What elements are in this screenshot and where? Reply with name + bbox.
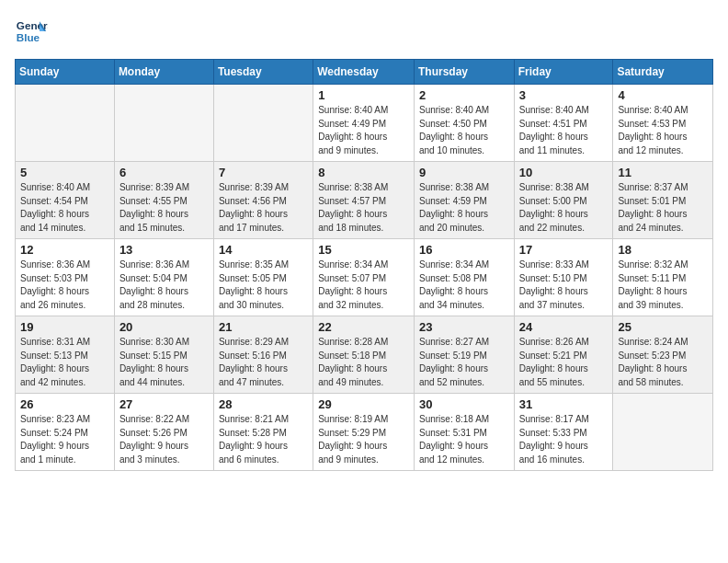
day-number: 26 xyxy=(20,397,109,411)
day-number: 4 xyxy=(618,88,708,102)
day-number: 17 xyxy=(519,243,609,257)
day-number: 31 xyxy=(519,397,609,411)
calendar-header-row: SundayMondayTuesdayWednesdayThursdayFrid… xyxy=(16,60,713,85)
day-number: 22 xyxy=(318,320,409,334)
day-info: Sunrise: 8:22 AM Sunset: 5:26 PM Dayligh… xyxy=(119,413,209,466)
day-info: Sunrise: 8:34 AM Sunset: 5:07 PM Dayligh… xyxy=(318,259,409,312)
calendar-day-empty xyxy=(613,394,713,471)
day-number: 20 xyxy=(119,320,209,334)
day-number: 15 xyxy=(318,243,409,257)
day-number: 10 xyxy=(519,166,609,179)
logo: General Blue xyxy=(15,15,48,48)
day-header-thursday: Thursday xyxy=(414,60,514,85)
day-info: Sunrise: 8:39 AM Sunset: 4:56 PM Dayligh… xyxy=(219,181,308,235)
svg-text:Blue: Blue xyxy=(17,31,40,43)
day-number: 25 xyxy=(618,320,708,334)
calendar-day-15: 15Sunrise: 8:34 AM Sunset: 5:07 PM Dayli… xyxy=(313,239,415,316)
day-info: Sunrise: 8:40 AM Sunset: 4:51 PM Dayligh… xyxy=(519,104,609,157)
calendar-day-29: 29Sunrise: 8:19 AM Sunset: 5:29 PM Dayli… xyxy=(313,394,415,471)
day-info: Sunrise: 8:40 AM Sunset: 4:54 PM Dayligh… xyxy=(20,181,109,235)
calendar-day-12: 12Sunrise: 8:36 AM Sunset: 5:03 PM Dayli… xyxy=(16,239,115,316)
day-number: 29 xyxy=(318,397,409,411)
day-info: Sunrise: 8:36 AM Sunset: 5:04 PM Dayligh… xyxy=(119,259,209,312)
day-number: 6 xyxy=(119,166,209,179)
calendar-day-9: 9Sunrise: 8:38 AM Sunset: 4:59 PM Daylig… xyxy=(414,162,514,239)
day-info: Sunrise: 8:37 AM Sunset: 5:01 PM Dayligh… xyxy=(618,181,708,235)
calendar-day-23: 23Sunrise: 8:27 AM Sunset: 5:19 PM Dayli… xyxy=(414,316,514,394)
calendar-day-11: 11Sunrise: 8:37 AM Sunset: 5:01 PM Dayli… xyxy=(613,162,713,239)
day-number: 14 xyxy=(219,243,308,257)
calendar-day-25: 25Sunrise: 8:24 AM Sunset: 5:23 PM Dayli… xyxy=(613,316,713,394)
calendar-day-30: 30Sunrise: 8:18 AM Sunset: 5:31 PM Dayli… xyxy=(414,394,514,471)
day-info: Sunrise: 8:36 AM Sunset: 5:03 PM Dayligh… xyxy=(20,259,109,312)
page-header: General Blue xyxy=(15,15,713,48)
day-info: Sunrise: 8:23 AM Sunset: 5:24 PM Dayligh… xyxy=(20,413,109,466)
day-info: Sunrise: 8:38 AM Sunset: 4:59 PM Dayligh… xyxy=(419,181,509,235)
day-info: Sunrise: 8:38 AM Sunset: 4:57 PM Dayligh… xyxy=(318,181,409,235)
calendar-day-13: 13Sunrise: 8:36 AM Sunset: 5:04 PM Dayli… xyxy=(114,239,213,316)
calendar-day-5: 5Sunrise: 8:40 AM Sunset: 4:54 PM Daylig… xyxy=(16,162,115,239)
day-number: 19 xyxy=(20,320,109,334)
calendar-day-empty xyxy=(114,85,213,162)
calendar-day-8: 8Sunrise: 8:38 AM Sunset: 4:57 PM Daylig… xyxy=(313,162,415,239)
calendar-day-22: 22Sunrise: 8:28 AM Sunset: 5:18 PM Dayli… xyxy=(313,316,415,394)
day-info: Sunrise: 8:40 AM Sunset: 4:50 PM Dayligh… xyxy=(419,104,509,157)
day-info: Sunrise: 8:38 AM Sunset: 5:00 PM Dayligh… xyxy=(519,181,609,235)
day-number: 12 xyxy=(20,243,109,257)
day-number: 2 xyxy=(419,88,509,102)
day-info: Sunrise: 8:30 AM Sunset: 5:15 PM Dayligh… xyxy=(119,336,209,389)
day-number: 27 xyxy=(119,397,209,411)
day-info: Sunrise: 8:32 AM Sunset: 5:11 PM Dayligh… xyxy=(618,259,708,312)
calendar-table: SundayMondayTuesdayWednesdayThursdayFrid… xyxy=(15,59,713,471)
calendar-day-28: 28Sunrise: 8:21 AM Sunset: 5:28 PM Dayli… xyxy=(213,394,313,471)
calendar-day-27: 27Sunrise: 8:22 AM Sunset: 5:26 PM Dayli… xyxy=(114,394,213,471)
calendar-day-21: 21Sunrise: 8:29 AM Sunset: 5:16 PM Dayli… xyxy=(213,316,313,394)
day-info: Sunrise: 8:40 AM Sunset: 4:53 PM Dayligh… xyxy=(618,104,708,157)
logo-icon: General Blue xyxy=(15,15,48,48)
calendar-week-row: 19Sunrise: 8:31 AM Sunset: 5:13 PM Dayli… xyxy=(16,316,713,394)
calendar-day-18: 18Sunrise: 8:32 AM Sunset: 5:11 PM Dayli… xyxy=(613,239,713,316)
calendar-day-24: 24Sunrise: 8:26 AM Sunset: 5:21 PM Dayli… xyxy=(514,316,613,394)
day-info: Sunrise: 8:24 AM Sunset: 5:23 PM Dayligh… xyxy=(618,336,708,389)
day-info: Sunrise: 8:35 AM Sunset: 5:05 PM Dayligh… xyxy=(219,259,308,312)
day-number: 3 xyxy=(519,88,609,102)
day-info: Sunrise: 8:18 AM Sunset: 5:31 PM Dayligh… xyxy=(419,413,509,466)
day-header-wednesday: Wednesday xyxy=(313,60,415,85)
calendar-day-1: 1Sunrise: 8:40 AM Sunset: 4:49 PM Daylig… xyxy=(313,85,415,162)
day-info: Sunrise: 8:31 AM Sunset: 5:13 PM Dayligh… xyxy=(20,336,109,389)
calendar-day-empty xyxy=(16,85,115,162)
calendar-day-7: 7Sunrise: 8:39 AM Sunset: 4:56 PM Daylig… xyxy=(213,162,313,239)
day-number: 16 xyxy=(419,243,509,257)
calendar-day-16: 16Sunrise: 8:34 AM Sunset: 5:08 PM Dayli… xyxy=(414,239,514,316)
day-info: Sunrise: 8:29 AM Sunset: 5:16 PM Dayligh… xyxy=(219,336,308,389)
day-number: 1 xyxy=(318,88,409,102)
day-header-saturday: Saturday xyxy=(613,60,713,85)
calendar-day-6: 6Sunrise: 8:39 AM Sunset: 4:55 PM Daylig… xyxy=(114,162,213,239)
calendar-week-row: 26Sunrise: 8:23 AM Sunset: 5:24 PM Dayli… xyxy=(16,394,713,471)
calendar-day-19: 19Sunrise: 8:31 AM Sunset: 5:13 PM Dayli… xyxy=(16,316,115,394)
calendar-day-3: 3Sunrise: 8:40 AM Sunset: 4:51 PM Daylig… xyxy=(514,85,613,162)
day-number: 21 xyxy=(219,320,308,334)
day-number: 11 xyxy=(618,166,708,179)
day-header-sunday: Sunday xyxy=(16,60,115,85)
calendar-day-26: 26Sunrise: 8:23 AM Sunset: 5:24 PM Dayli… xyxy=(16,394,115,471)
day-number: 30 xyxy=(419,397,509,411)
day-info: Sunrise: 8:40 AM Sunset: 4:49 PM Dayligh… xyxy=(318,104,409,157)
day-header-friday: Friday xyxy=(514,60,613,85)
day-header-tuesday: Tuesday xyxy=(213,60,313,85)
day-info: Sunrise: 8:27 AM Sunset: 5:19 PM Dayligh… xyxy=(419,336,509,389)
day-info: Sunrise: 8:21 AM Sunset: 5:28 PM Dayligh… xyxy=(219,413,308,466)
day-number: 24 xyxy=(519,320,609,334)
day-number: 9 xyxy=(419,166,509,179)
day-info: Sunrise: 8:39 AM Sunset: 4:55 PM Dayligh… xyxy=(119,181,209,235)
day-info: Sunrise: 8:26 AM Sunset: 5:21 PM Dayligh… xyxy=(519,336,609,389)
calendar-week-row: 5Sunrise: 8:40 AM Sunset: 4:54 PM Daylig… xyxy=(16,162,713,239)
calendar-day-17: 17Sunrise: 8:33 AM Sunset: 5:10 PM Dayli… xyxy=(514,239,613,316)
day-info: Sunrise: 8:19 AM Sunset: 5:29 PM Dayligh… xyxy=(318,413,409,466)
day-number: 28 xyxy=(219,397,308,411)
day-number: 7 xyxy=(219,166,308,179)
day-number: 8 xyxy=(318,166,409,179)
calendar-day-20: 20Sunrise: 8:30 AM Sunset: 5:15 PM Dayli… xyxy=(114,316,213,394)
calendar-day-14: 14Sunrise: 8:35 AM Sunset: 5:05 PM Dayli… xyxy=(213,239,313,316)
day-number: 5 xyxy=(20,166,109,179)
